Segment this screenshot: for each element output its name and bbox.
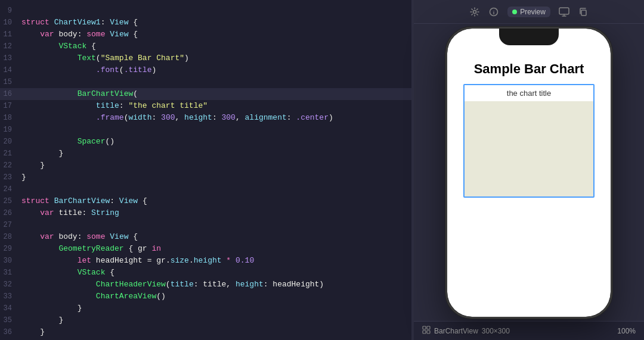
preview-panel: i Preview Sample Bar Chart [414, 0, 644, 340]
preview-label: Preview [520, 8, 546, 16]
code-line: 12 VStack { [0, 40, 411, 52]
code-line: 13 Text("Sample Bar Chart") [0, 52, 411, 64]
code-line: 14 .font(.title) [0, 64, 411, 76]
code-line: 28 var body: some View { [0, 231, 411, 243]
component-icon [422, 326, 431, 336]
status-bar: BarChartView 300×300 100% [414, 321, 644, 340]
code-line: 9 [0, 5, 411, 17]
svg-point-0 [473, 10, 476, 13]
code-line: 32 ChartHeaderView(title: title, height:… [0, 279, 411, 291]
zoom-level: 100% [617, 327, 636, 335]
svg-rect-4 [581, 10, 586, 15]
code-line: 33 ChartAreaView() [0, 291, 411, 302]
code-line: 24 [0, 183, 411, 195]
code-line: 18 .frame(width: 300, height: 300, align… [0, 112, 411, 124]
app-title: Sample Bar Chart [474, 61, 584, 77]
chart-title: the chart title [465, 85, 593, 101]
code-line: 30 let headHeight = gr.size.height * 0.1… [0, 255, 411, 267]
status-left: BarChartView 300×300 [422, 326, 510, 336]
code-line-highlighted: 16 BarChartView( [0, 88, 411, 100]
monitor-icon[interactable] [559, 7, 569, 17]
code-line: 36 } [0, 326, 411, 338]
code-line: 29 GeometryReader { gr in [0, 243, 411, 255]
code-line: 27 [0, 219, 411, 231]
svg-rect-8 [427, 330, 430, 333]
phone-mockup: Sample Bar Chart the chart title [445, 27, 612, 319]
live-indicator [512, 10, 517, 14]
code-line: 17 title: "the chart title" [0, 100, 411, 112]
phone-container: Sample Bar Chart the chart title [414, 24, 644, 321]
info-icon[interactable]: i [488, 7, 499, 17]
code-editor: 9 10 struct ChartView1: View { 11 var bo… [0, 0, 411, 340]
code-line: 11 var body: some View { [0, 29, 411, 40]
code-line: 25 struct BarChartView: View { [0, 195, 411, 207]
settings-icon[interactable] [469, 7, 480, 17]
svg-rect-7 [423, 330, 426, 333]
dimensions-label: 300×300 [482, 327, 510, 335]
preview-badge[interactable]: Preview [507, 7, 550, 17]
phone-screen: Sample Bar Chart the chart title [447, 29, 611, 317]
svg-rect-6 [427, 326, 430, 329]
preview-toolbar: i Preview [414, 0, 644, 24]
chart-card: the chart title [463, 84, 595, 198]
svg-rect-5 [423, 326, 426, 329]
component-label: BarChartView [434, 327, 478, 335]
code-line: 23 } [0, 171, 411, 183]
code-line: 31 VStack { [0, 267, 411, 279]
code-line: 15 [0, 76, 411, 88]
svg-text:i: i [493, 10, 495, 15]
chart-area [465, 101, 593, 196]
code-line: 20 Spacer() [0, 136, 411, 148]
code-line: 35 } [0, 314, 411, 326]
code-line: 22 } [0, 160, 411, 171]
code-line: 34 } [0, 302, 411, 314]
phone-notch [499, 29, 559, 45]
code-line: 26 var title: String [0, 207, 411, 219]
svg-rect-3 [559, 8, 569, 14]
code-line: 19 [0, 124, 411, 136]
code-line: 21 } [0, 148, 411, 160]
code-panel: 9 10 struct ChartView1: View { 11 var bo… [0, 0, 411, 340]
code-line: 10 struct ChartView1: View { [0, 17, 411, 29]
copy-icon[interactable] [578, 7, 589, 17]
